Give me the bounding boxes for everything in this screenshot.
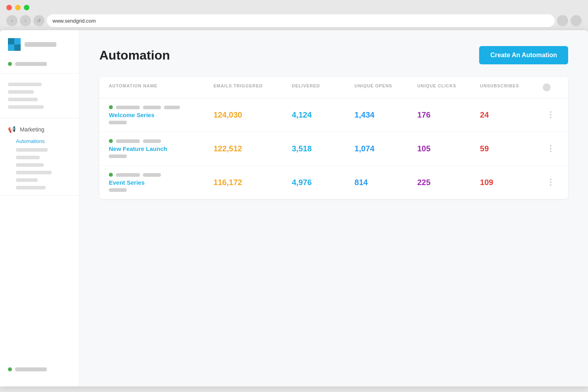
automation-meta-2 (109, 139, 213, 143)
address-bar[interactable]: www.sendgrid.com (47, 14, 555, 27)
sidebar-sub-items: Automations (0, 136, 79, 191)
sidebar-nav-placeholder-1[interactable] (0, 81, 79, 88)
header-unique-opens: UNIQUE OPENS (354, 83, 417, 91)
filter-icon[interactable] (543, 83, 551, 91)
header-delivered: DELIVERED (292, 83, 354, 91)
stat-emails-1: 124,030 (213, 110, 292, 120)
sidebar: 📢 Marketing Automations (0, 30, 79, 386)
header-emails-triggered: EMAILS TRIGGERED (213, 83, 292, 91)
sidebar-divider-1 (0, 73, 79, 73)
menu-dot-8 (550, 182, 551, 183)
sidebar-nav-placeholder-2[interactable] (0, 88, 79, 96)
stat-unsubs-3: 109 (480, 178, 543, 187)
sidebar-bottom-status (0, 364, 79, 375)
close-button[interactable] (6, 5, 12, 10)
table-row: Event Series 116,172 4,976 814 225 109 (99, 166, 568, 199)
svg-rect-3 (8, 38, 14, 44)
automation-meta-1 (109, 105, 213, 109)
menu-dot-2 (550, 114, 551, 116)
sidebar-item-automations[interactable]: Automations (8, 136, 79, 146)
menu-dot-4 (550, 145, 551, 147)
automation-name-cell-1: Welcome Series (109, 105, 213, 124)
menu-dot-1 (550, 111, 551, 113)
sidebar-item-marketing-label: Marketing (20, 126, 44, 133)
automation-name-cell-3: Event Series (109, 173, 213, 192)
back-button[interactable]: ‹ (6, 15, 17, 26)
sidebar-status (0, 59, 79, 69)
stat-delivered-3: 4,976 (292, 178, 354, 187)
row-menu-2[interactable] (543, 143, 559, 154)
automation-sub-1 (109, 121, 127, 124)
automation-table: AUTOMATION NAME EMAILS TRIGGERED DELIVER… (99, 77, 568, 199)
create-automation-button[interactable]: Create An Automation (479, 46, 568, 64)
sidebar-nav-placeholder-4[interactable] (0, 103, 79, 111)
stat-opens-2: 1,074 (354, 144, 417, 153)
browser-extra-btn-1[interactable] (557, 15, 568, 26)
automation-sub-2 (109, 154, 127, 158)
menu-dot-7 (550, 179, 551, 180)
stat-clicks-1: 176 (417, 110, 480, 120)
table-row: New Feature Launch 122,512 3,518 1,074 1… (99, 132, 568, 166)
automation-meta-3 (109, 173, 213, 177)
sidebar-sub-placeholder-2[interactable] (8, 154, 79, 161)
sidebar-divider-2 (0, 118, 79, 118)
table-row: Welcome Series 124,030 4,124 1,434 176 2… (99, 98, 568, 132)
stat-delivered-2: 3,518 (292, 144, 354, 153)
menu-dot-9 (550, 184, 551, 186)
sidebar-sub-placeholder-5[interactable] (8, 176, 79, 184)
status-dot-icon (8, 62, 12, 66)
main-content: Automation Create An Automation AUTOMATI… (79, 30, 588, 386)
titlebar (6, 5, 582, 10)
automation-link-1[interactable]: Welcome Series (109, 112, 213, 118)
sidebar-sub-placeholder-6[interactable] (8, 184, 79, 191)
browser-nav: ‹ › ↺ www.sendgrid.com (6, 14, 582, 27)
bottom-status-dot-icon (8, 367, 12, 371)
stat-clicks-2: 105 (417, 144, 480, 153)
minimize-button[interactable] (15, 5, 21, 10)
automation-name-cell-2: New Feature Launch (109, 139, 213, 158)
sidebar-sub-placeholder-4[interactable] (8, 169, 79, 176)
stat-opens-3: 814 (354, 178, 417, 187)
row-menu-1[interactable] (543, 110, 559, 120)
meta-placeholder-2b (143, 139, 161, 143)
maximize-button[interactable] (24, 5, 29, 10)
megaphone-icon: 📢 (8, 126, 16, 133)
url-text: www.sendgrid.com (52, 18, 96, 24)
app-window: 📢 Marketing Automations (0, 30, 588, 386)
browser-extra-btn-2[interactable] (571, 15, 582, 26)
sidebar-nav-placeholder-3[interactable] (0, 96, 79, 103)
automation-link-2[interactable]: New Feature Launch (109, 145, 213, 152)
sidebar-item-marketing[interactable]: 📢 Marketing (0, 122, 79, 136)
active-dot-icon-1 (109, 105, 113, 109)
sidebar-sub-placeholder-3[interactable] (8, 161, 79, 169)
meta-placeholder-1c (164, 106, 180, 109)
page-title: Automation (99, 48, 170, 63)
refresh-button[interactable]: ↺ (33, 15, 44, 26)
header-filter-col (543, 83, 559, 91)
stat-emails-2: 122,512 (213, 144, 292, 153)
logo-text (25, 42, 56, 47)
menu-dot-3 (550, 117, 551, 118)
sidebar-automations-label: Automations (16, 138, 44, 144)
stat-emails-3: 116,172 (213, 178, 292, 187)
stat-opens-1: 1,434 (354, 110, 417, 120)
header-unsubscribes: UNSUBSCRIBES (480, 83, 543, 91)
row-menu-3[interactable] (543, 177, 559, 187)
header-automation-name: AUTOMATION NAME (109, 83, 213, 91)
menu-dot-5 (550, 148, 551, 149)
svg-rect-1 (14, 38, 21, 44)
header-unique-clicks: UNIQUE CLICKS (417, 83, 480, 91)
table-header: AUTOMATION NAME EMAILS TRIGGERED DELIVER… (99, 77, 568, 98)
meta-placeholder-1a (116, 106, 140, 109)
meta-placeholder-3b (143, 173, 161, 177)
automation-link-3[interactable]: Event Series (109, 179, 213, 186)
page-header: Automation Create An Automation (99, 46, 568, 64)
stat-unsubs-1: 24 (480, 110, 543, 120)
automation-sub-3 (109, 188, 127, 192)
sidebar-sub-placeholder-1[interactable] (8, 146, 79, 154)
forward-button[interactable]: › (20, 15, 31, 26)
svg-rect-2 (14, 44, 21, 51)
active-dot-icon-2 (109, 139, 113, 143)
sidebar-logo (0, 38, 79, 59)
sendgrid-logo-icon (8, 38, 21, 51)
